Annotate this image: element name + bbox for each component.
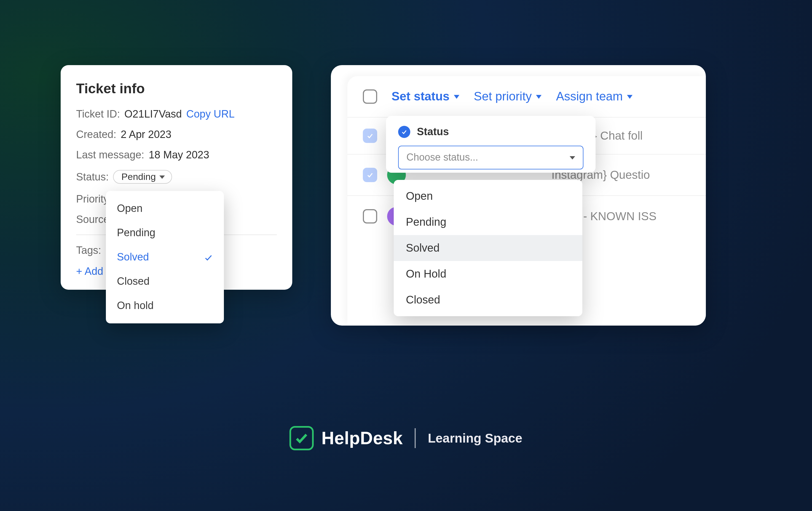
chevron-down-icon bbox=[570, 156, 575, 159]
last-message-value: 18 May 2023 bbox=[149, 150, 209, 160]
assign-team-button[interactable]: Assign team bbox=[556, 89, 633, 104]
status-option-open[interactable]: Open bbox=[106, 196, 224, 221]
status-option-closed[interactable]: Closed bbox=[106, 269, 224, 294]
row-checkbox[interactable] bbox=[363, 168, 377, 182]
status-row: Status: Pending bbox=[76, 170, 277, 184]
bulk-toolbar: Set status Set priority Assign team bbox=[347, 76, 706, 117]
created-label: Created: bbox=[76, 129, 116, 140]
brand-subtitle: Learning Space bbox=[428, 431, 522, 446]
status-option-pending[interactable]: Pending bbox=[106, 221, 224, 245]
last-message-label: Last message: bbox=[76, 150, 144, 160]
status-option-onhold[interactable]: On hold bbox=[106, 294, 224, 318]
last-message-row: Last message: 18 May 2023 bbox=[76, 150, 277, 160]
created-row: Created: 2 Apr 2023 bbox=[76, 129, 277, 140]
ticket-id-label: Ticket ID: bbox=[76, 109, 120, 119]
chevron-down-icon bbox=[454, 95, 459, 99]
status-select-placeholder: Choose status... bbox=[406, 152, 478, 163]
status-pill[interactable]: Pending bbox=[113, 170, 172, 184]
chevron-down-icon bbox=[159, 175, 165, 179]
set-status-button[interactable]: Set status bbox=[392, 89, 459, 104]
status-option-onhold[interactable]: On Hold bbox=[394, 261, 582, 287]
divider bbox=[415, 428, 416, 448]
status-option-solved[interactable]: Solved bbox=[394, 235, 582, 261]
status-pill-value: Pending bbox=[121, 172, 156, 182]
set-status-label: Set status bbox=[392, 89, 450, 104]
status-option-pending[interactable]: Pending bbox=[394, 209, 582, 235]
status-option-closed[interactable]: Closed bbox=[394, 287, 582, 313]
set-priority-label: Set priority bbox=[474, 89, 531, 104]
brand-logo-group: HelpDesk bbox=[290, 426, 403, 450]
check-icon bbox=[204, 253, 213, 262]
status-popover-header: Status bbox=[386, 126, 596, 146]
status-dropdown: Open Pending Solved Closed On hold bbox=[106, 191, 224, 323]
tags-label: Tags: bbox=[76, 245, 101, 255]
status-popover-options: Open Pending Solved On Hold Closed bbox=[394, 180, 582, 316]
set-priority-button[interactable]: Set priority bbox=[474, 89, 542, 104]
chevron-down-icon bbox=[627, 95, 633, 99]
brand-name: HelpDesk bbox=[321, 428, 403, 448]
check-circle-icon bbox=[398, 126, 410, 138]
ticket-id-value: O21LI7Vasd bbox=[124, 109, 182, 119]
status-popover-title: Status bbox=[417, 126, 449, 138]
stage: { "ticket_info": { "title": "Ticket info… bbox=[0, 0, 812, 511]
select-all-checkbox[interactable] bbox=[363, 89, 377, 104]
ticket-info-title: Ticket info bbox=[76, 81, 277, 97]
row-checkbox[interactable] bbox=[363, 209, 377, 223]
chevron-down-icon bbox=[536, 95, 542, 99]
status-popover: Status Choose status... bbox=[386, 116, 596, 173]
row-checkbox[interactable] bbox=[363, 129, 377, 143]
status-option-open[interactable]: Open bbox=[394, 183, 582, 209]
copy-url-link[interactable]: Copy URL bbox=[186, 109, 235, 119]
assign-team-label: Assign team bbox=[556, 89, 623, 104]
status-label: Status: bbox=[76, 171, 109, 182]
helpdesk-logo-icon bbox=[290, 426, 314, 450]
status-option-solved[interactable]: Solved bbox=[106, 245, 224, 269]
brand-footer: HelpDesk Learning Space bbox=[290, 426, 522, 450]
created-value: 2 Apr 2023 bbox=[121, 129, 172, 140]
status-option-solved-label: Solved bbox=[117, 251, 149, 263]
ticket-id-row: Ticket ID: O21LI7Vasd Copy URL bbox=[76, 109, 277, 119]
status-select[interactable]: Choose status... bbox=[398, 146, 583, 169]
priority-label: Priority bbox=[76, 194, 109, 204]
